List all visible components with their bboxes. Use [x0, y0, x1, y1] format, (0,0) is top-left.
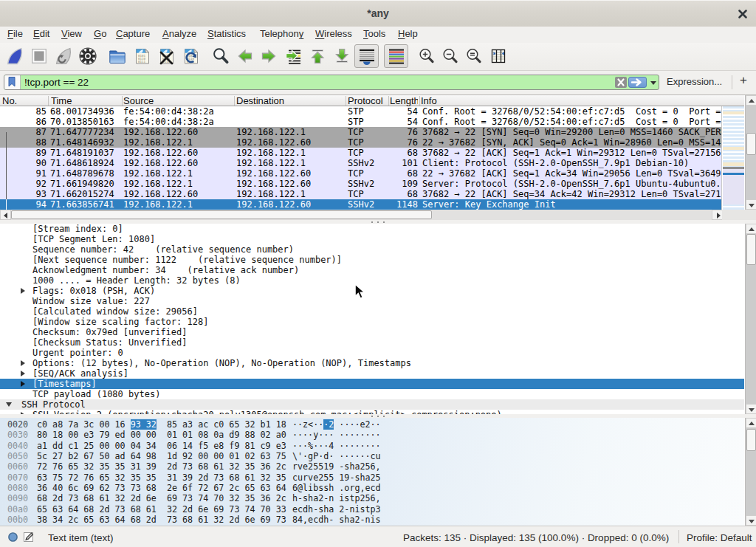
stop-capture-button[interactable]: [30, 47, 48, 65]
hex-row-0050[interactable]: 00505c 27 b2 67 50 ad 64 98 1d 92 00 00 …: [0, 451, 744, 461]
menu-statistics[interactable]: Statistics: [207, 28, 246, 39]
detail-row[interactable]: [Timestamps]: [0, 379, 744, 389]
menu-wireless[interactable]: Wireless: [315, 28, 352, 39]
vscroll-thumb[interactable]: [746, 133, 756, 155]
packet-row-90[interactable]: 9071.648618924192.168.122.60192.168.122.…: [0, 158, 744, 168]
scroll-down-button[interactable]: [746, 515, 756, 526]
packet-list-vscrollbar[interactable]: [745, 95, 756, 210]
pencil-note-icon[interactable]: [24, 531, 34, 543]
open-file-button[interactable]: [109, 47, 126, 65]
title-bar[interactable]: *any: [0, 0, 756, 27]
scroll-down-button[interactable]: [746, 404, 756, 414]
packet-row-91[interactable]: 9171.648789678192.168.122.1192.168.122.6…: [0, 168, 744, 179]
display-filter-input[interactable]: !tcp.port == 22: [4, 75, 659, 90]
vscroll-thumb[interactable]: [746, 234, 756, 265]
column-header-length[interactable]: Length: [390, 95, 418, 106]
reload-file-button[interactable]: [182, 47, 200, 65]
detail-row[interactable]: Checksum: 0x79ed [unverified]: [0, 327, 744, 337]
detail-row[interactable]: Options: (12 bytes), No-Operation (NOP),…: [0, 358, 744, 368]
packet-row-92[interactable]: 9271.661949820192.168.122.1192.168.122.6…: [0, 179, 744, 189]
column-header-no[interactable]: No.: [2, 95, 47, 106]
column-header-protocol[interactable]: Protocol: [348, 95, 387, 106]
detail-row[interactable]: Sequence number: 42 (relative sequence n…: [0, 244, 744, 255]
chevron-down-icon[interactable]: [650, 81, 656, 85]
status-profile[interactable]: Profile: Default: [687, 532, 752, 543]
packet-list-header[interactable]: No.TimeSourceDestinationProtocolLengthIn…: [0, 95, 744, 106]
column-divider[interactable]: [48, 96, 49, 106]
hex-row-0030[interactable]: 003080 18 00 e3 79 ed 00 00 01 01 08 0a …: [0, 430, 744, 440]
detail-row[interactable]: SSH Protocol: [0, 399, 744, 410]
details-vscrollbar[interactable]: [745, 224, 756, 414]
zoom-100-button[interactable]: [465, 47, 483, 65]
expression-button[interactable]: Expression...: [667, 76, 722, 87]
detail-row[interactable]: Acknowledgment number: 34 (relative ack …: [0, 265, 744, 275]
expander-closed-icon[interactable]: [21, 371, 25, 376]
scroll-up-button[interactable]: [746, 224, 756, 234]
resize-columns-button[interactable]: [489, 47, 506, 65]
hex-row-0090[interactable]: 009068 2d 73 68 61 32 2d 6e 69 73 74 70 …: [0, 493, 744, 503]
zoom-in-button[interactable]: [418, 47, 436, 65]
column-divider[interactable]: [234, 96, 235, 106]
menu-view[interactable]: View: [61, 28, 82, 39]
detail-row[interactable]: [Stream index: 0]: [0, 224, 744, 234]
bytes-vscrollbar[interactable]: [745, 418, 756, 526]
colorize-button[interactable]: [384, 44, 408, 68]
column-divider[interactable]: [346, 96, 346, 106]
column-header-info[interactable]: Info: [421, 95, 738, 106]
column-header-source[interactable]: Source: [123, 95, 233, 106]
expander-closed-icon[interactable]: [21, 381, 25, 387]
detail-row[interactable]: TCP payload (1080 bytes): [0, 389, 744, 399]
menu-file[interactable]: File: [7, 28, 23, 39]
menu-telephony[interactable]: Telephony: [260, 28, 303, 39]
packet-row-94[interactable]: 9471.663856741192.168.122.1192.168.122.6…: [0, 199, 744, 210]
packet-list-minimap-scrollbar[interactable]: [721, 106, 744, 210]
add-filter-button[interactable]: +: [738, 73, 749, 88]
hex-row-0070[interactable]: 007063 75 72 76 65 32 35 35 31 39 2d 73 …: [0, 472, 744, 483]
column-divider[interactable]: [122, 96, 123, 106]
packet-row-86[interactable]: 8670.013850163fe:54:00:d4:38:2aSTP54Conf…: [0, 117, 744, 127]
menu-edit[interactable]: Edit: [33, 28, 49, 39]
find-packet-button[interactable]: [212, 47, 230, 65]
packet-row-88[interactable]: 8871.648146932192.168.122.1192.168.122.6…: [0, 137, 744, 148]
menu-help[interactable]: Help: [398, 28, 418, 39]
scroll-down-button[interactable]: [746, 199, 756, 210]
scroll-up-button[interactable]: [746, 418, 756, 428]
packet-row-85[interactable]: 8568.001734936fe:54:00:d4:38:2aSTP54Conf…: [0, 106, 744, 117]
column-divider[interactable]: [388, 96, 389, 106]
detail-row[interactable]: [Window size scaling factor: 128]: [0, 317, 744, 327]
detail-row[interactable]: [Calculated window size: 29056]: [0, 306, 744, 317]
save-file-button[interactable]: [134, 47, 151, 65]
menu-analyze[interactable]: Analyze: [162, 28, 196, 39]
menu-tools[interactable]: Tools: [363, 28, 385, 39]
menu-capture[interactable]: Capture: [116, 28, 150, 39]
hex-row-0040[interactable]: 0040a1 dd c1 25 00 00 04 34 06 14 f5 e8 …: [0, 441, 744, 451]
hex-row-0060[interactable]: 006072 76 65 32 35 35 31 39 2d 73 68 61 …: [0, 461, 744, 472]
detail-row[interactable]: [TCP Segment Len: 1080]: [0, 234, 744, 244]
packet-row-89[interactable]: 8971.648191037192.168.122.60192.168.122.…: [0, 148, 744, 158]
packet-list-hscrollbar[interactable]: [0, 210, 744, 220]
packet-row-93[interactable]: 9371.662015274192.168.122.60192.168.122.…: [0, 189, 744, 199]
detail-row[interactable]: Urgent pointer: 0: [0, 348, 744, 358]
hex-row-00b0[interactable]: 00b038 34 2c 65 63 64 68 2d 73 68 61 32 …: [0, 515, 744, 525]
scroll-up-button[interactable]: [746, 95, 756, 106]
filter-apply-button[interactable]: [628, 77, 647, 88]
expander-open-icon[interactable]: [6, 402, 12, 407]
hscroll-thumb[interactable]: [11, 210, 432, 219]
packet-row-87[interactable]: 8771.647777234192.168.122.60192.168.122.…: [0, 127, 744, 137]
column-divider[interactable]: [419, 96, 420, 106]
hex-row-0020[interactable]: 0020c0 a8 7a 3c 00 16 93 32 85 a3 ac c0 …: [0, 419, 744, 430]
filter-clear-button[interactable]: [615, 77, 627, 88]
expander-closed-icon[interactable]: [21, 288, 25, 294]
start-capture-button[interactable]: [6, 47, 24, 65]
go-back-button[interactable]: [236, 47, 254, 65]
detail-row[interactable]: [SEQ/ACK analysis]: [0, 368, 744, 379]
hex-row-00a0[interactable]: 00a065 63 64 68 2d 73 68 61 32 2d 6e 69 …: [0, 504, 744, 515]
detail-row[interactable]: [Checksum Status: Unverified]: [0, 337, 744, 348]
detail-row[interactable]: 1000 .... = Header Length: 32 bytes (8): [0, 275, 744, 286]
detail-row[interactable]: Flags: 0x018 (PSH, ACK): [0, 286, 744, 296]
go-last-button[interactable]: [333, 47, 351, 65]
close-icon[interactable]: [736, 7, 749, 21]
restart-capture-button[interactable]: [55, 47, 72, 65]
capture-options-button[interactable]: [79, 47, 97, 65]
column-header-time[interactable]: Time: [51, 95, 120, 106]
